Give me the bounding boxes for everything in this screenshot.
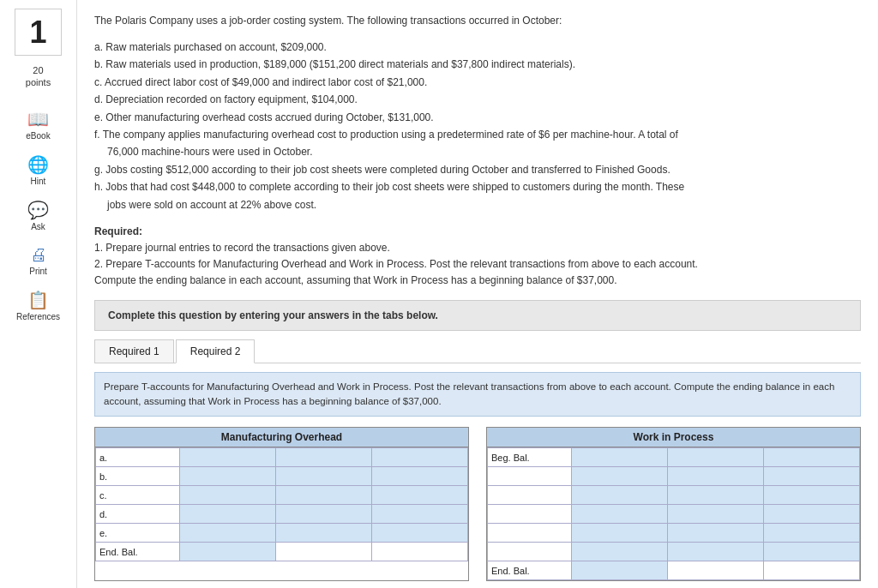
table-row bbox=[488, 486, 860, 505]
mfg-row-c-left[interactable] bbox=[180, 486, 276, 505]
transaction-g: g. Jobs costing $512,000 according to th… bbox=[94, 161, 861, 178]
table-row bbox=[488, 467, 860, 486]
wip-row-endb-right bbox=[668, 561, 764, 580]
wip-row-beg-right[interactable] bbox=[668, 448, 764, 467]
mfg-row-a-label: a. bbox=[96, 448, 180, 467]
work-in-process-table: Beg. Bal. bbox=[487, 447, 860, 580]
mfg-row-endb-label: End. Bal. bbox=[96, 543, 180, 561]
tabs-container: Required 1 Required 2 bbox=[94, 339, 861, 363]
points-label: 20 points bbox=[26, 64, 51, 89]
table-row bbox=[488, 543, 860, 561]
transaction-f: f. The company applies manufacturing ove… bbox=[94, 126, 861, 143]
sidebar-item-ebook[interactable]: 📖 eBook bbox=[0, 102, 76, 147]
mfg-row-c-extra[interactable] bbox=[372, 486, 468, 505]
mfg-row-e-label: e. bbox=[96, 524, 180, 543]
table-row: b. bbox=[96, 467, 468, 486]
transaction-f2: 76,000 machine-hours were used in Octobe… bbox=[94, 143, 861, 160]
mfg-row-d-left[interactable] bbox=[180, 505, 276, 524]
wip-row-beg-extra[interactable] bbox=[764, 448, 860, 467]
wip-row-beg-left[interactable] bbox=[572, 448, 668, 467]
wip-row-2-left[interactable] bbox=[572, 467, 668, 486]
tab-required2[interactable]: Required 2 bbox=[176, 339, 256, 363]
mfg-row-d-label: d. bbox=[96, 505, 180, 524]
sidebar-item-hint-label: Hint bbox=[31, 177, 46, 186]
mfg-row-endb-extra bbox=[372, 543, 468, 561]
sidebar: 1 20 points 📖 eBook 🌐 Hint 💬 Ask 🖨 Print… bbox=[0, 0, 77, 588]
sidebar-item-ebook-label: eBook bbox=[26, 131, 50, 141]
mfg-row-endb-left[interactable] bbox=[180, 543, 276, 561]
wip-row-endb-label: End. Bal. bbox=[488, 561, 572, 580]
wip-row-3-right[interactable] bbox=[668, 486, 764, 505]
mfg-row-e-left[interactable] bbox=[180, 524, 276, 543]
tab-required2-label: Required 2 bbox=[190, 345, 241, 357]
manufacturing-overhead-account: Manufacturing Overhead a. b. bbox=[94, 427, 469, 581]
transaction-c: c. Accrued direct labor cost of $49,000 … bbox=[94, 74, 861, 91]
mfg-row-a-right[interactable] bbox=[276, 448, 372, 467]
mfg-row-e-extra[interactable] bbox=[372, 524, 468, 543]
wip-row-2-extra[interactable] bbox=[764, 467, 860, 486]
transaction-d: d. Depreciation recorded on factory equi… bbox=[94, 91, 861, 108]
manufacturing-overhead-header: Manufacturing Overhead bbox=[95, 428, 468, 447]
mfg-row-c-right[interactable] bbox=[276, 486, 372, 505]
wip-row-endb-left[interactable] bbox=[572, 561, 668, 580]
table-row: c. bbox=[96, 486, 468, 505]
tab-instruction: Prepare T-accounts for Manufacturing Ove… bbox=[94, 372, 861, 417]
required-item-2b: Compute the ending balance in each accou… bbox=[94, 274, 617, 286]
wip-row-3-left[interactable] bbox=[572, 486, 668, 505]
question-number-box: 1 bbox=[15, 9, 62, 56]
wip-row-6-right[interactable] bbox=[668, 543, 764, 561]
transactions-list: a. Raw materials purchased on account, $… bbox=[94, 39, 861, 213]
mfg-row-d-extra[interactable] bbox=[372, 505, 468, 524]
mfg-row-c-label: c. bbox=[96, 486, 180, 505]
wip-row-endb-extra bbox=[764, 561, 860, 580]
required-item-2: 2. Prepare T-accounts for Manufacturing … bbox=[94, 258, 698, 270]
wip-row-3-label bbox=[488, 486, 572, 505]
mfg-row-endb-right bbox=[276, 543, 372, 561]
mfg-row-a-extra[interactable] bbox=[372, 448, 468, 467]
mfg-row-a-left[interactable] bbox=[180, 448, 276, 467]
transaction-h2: jobs were sold on account at 22% above c… bbox=[94, 196, 861, 213]
wip-row-2-right[interactable] bbox=[668, 467, 764, 486]
mfg-row-b-left[interactable] bbox=[180, 467, 276, 486]
tab-required1[interactable]: Required 1 bbox=[94, 339, 174, 363]
table-row: a. bbox=[96, 448, 468, 467]
required-label: Required: bbox=[94, 225, 142, 237]
table-row bbox=[488, 524, 860, 543]
wip-row-4-right[interactable] bbox=[668, 505, 764, 524]
mfg-row-d-right[interactable] bbox=[276, 505, 372, 524]
sidebar-item-print[interactable]: 🖨 Print bbox=[0, 238, 76, 283]
table-row: Beg. Bal. bbox=[488, 448, 860, 467]
bottom-nav: ‹ Required 1 Required 2 › bbox=[94, 581, 861, 588]
wip-row-4-extra[interactable] bbox=[764, 505, 860, 524]
wip-row-6-label bbox=[488, 543, 572, 561]
sidebar-item-references-label: References bbox=[16, 312, 60, 321]
wip-row-4-left[interactable] bbox=[572, 505, 668, 524]
work-in-process-account: Work in Process Beg. Bal. bbox=[486, 427, 861, 581]
wip-row-4-label bbox=[488, 505, 572, 524]
print-icon: 🖨 bbox=[30, 245, 47, 265]
mfg-row-b-label: b. bbox=[96, 467, 180, 486]
required-section: Required: 1. Prepare journal entries to … bbox=[94, 224, 861, 290]
sidebar-item-ask[interactable]: 💬 Ask bbox=[0, 193, 76, 238]
mfg-row-b-extra[interactable] bbox=[372, 467, 468, 486]
wip-row-5-label bbox=[488, 524, 572, 543]
sidebar-item-hint[interactable]: 🌐 Hint bbox=[0, 147, 76, 193]
mfg-row-b-right[interactable] bbox=[276, 467, 372, 486]
complete-box: Complete this question by entering your … bbox=[94, 300, 861, 331]
sidebar-item-references[interactable]: 📋 References bbox=[0, 283, 76, 328]
ebook-icon: 📖 bbox=[27, 109, 49, 129]
wip-row-6-left[interactable] bbox=[572, 543, 668, 561]
transaction-b: b. Raw materials used in production, $18… bbox=[94, 56, 861, 73]
mfg-row-e-right[interactable] bbox=[276, 524, 372, 543]
table-row: e. bbox=[96, 524, 468, 543]
main-content: The Polaris Company uses a job-order cos… bbox=[77, 0, 878, 588]
hint-icon: 🌐 bbox=[27, 154, 49, 175]
table-row bbox=[488, 505, 860, 524]
wip-row-3-extra[interactable] bbox=[764, 486, 860, 505]
wip-row-5-extra[interactable] bbox=[764, 524, 860, 543]
sidebar-item-print-label: Print bbox=[29, 267, 47, 276]
wip-row-beg-label: Beg. Bal. bbox=[488, 448, 572, 467]
wip-row-5-left[interactable] bbox=[572, 524, 668, 543]
wip-row-6-extra[interactable] bbox=[764, 543, 860, 561]
wip-row-5-right[interactable] bbox=[668, 524, 764, 543]
